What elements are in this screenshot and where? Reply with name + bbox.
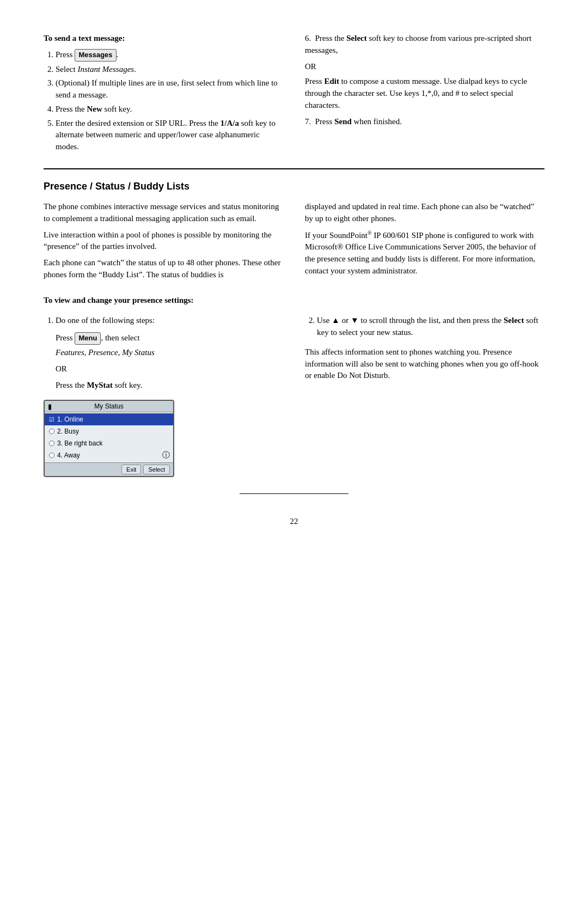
step2-list: Use ▲ or ▼ to scroll through the list, a… <box>317 315 544 339</box>
exit-softkey[interactable]: Exit <box>121 465 141 474</box>
presence-section: Presence / Status / Buddy Lists The phon… <box>44 179 544 477</box>
edit-text: Press Edit to compose a custom message. … <box>305 76 544 111</box>
step-1: Press Messages. <box>56 49 283 62</box>
1Aa-softkey-label: 1/A/a <box>220 119 239 127</box>
send-text-steps: Press Messages. Select Instant Messages.… <box>56 49 283 153</box>
phone-menu-item-away[interactable]: 4. Away ⓘ <box>45 449 173 461</box>
phone-menu-label-busy: 2. Busy <box>57 428 79 435</box>
select-softkey-label: Select <box>346 34 366 42</box>
or-label-2: OR <box>56 363 283 375</box>
presence-left: The phone combines interactive message s… <box>44 201 283 285</box>
step1-list: Do one of the following steps: <box>56 315 283 327</box>
phone-screen-container: Do one of the following steps: Press Men… <box>44 315 283 477</box>
step-6-text: 6. Press the Select soft key to choose f… <box>305 33 544 57</box>
select-softkey[interactable]: Select <box>143 465 170 474</box>
press-menu-text: Press Menu, then select <box>56 332 283 345</box>
section-divider <box>44 168 544 169</box>
step1-item: Do one of the following steps: <box>56 315 283 327</box>
top-section: To send a text message: Press Messages. … <box>44 33 544 157</box>
page-number: 22 <box>44 516 544 528</box>
phone-menu-label-berightback: 3. Be right back <box>57 440 102 447</box>
step-7-text: 7. Press Send when finished. <box>305 116 544 128</box>
view-change-heading: To view and change your presence setting… <box>44 295 544 307</box>
step-2: Select Instant Messages. <box>56 64 283 76</box>
radio-icon-berightback <box>49 441 54 446</box>
select-softkey-label2: Select <box>504 316 524 325</box>
step2-item: Use ▲ or ▼ to scroll through the list, a… <box>317 315 544 339</box>
presence-intro-cols: The phone combines interactive message s… <box>44 201 544 285</box>
registered-mark: ® <box>367 230 372 236</box>
presence-para1: The phone combines interactive message s… <box>44 201 283 225</box>
menu-button[interactable]: Menu <box>75 332 101 345</box>
presence-affects-text: This affects information sent to phones … <box>305 346 544 382</box>
phone-menu-item-berightback[interactable]: 3. Be right back <box>45 437 173 449</box>
left-instructions: To send a text message: Press Messages. … <box>44 33 283 157</box>
step-5: Enter the desired extension or SIP URL. … <box>56 118 283 153</box>
radio-icon-busy <box>49 429 54 434</box>
radio-icon-away <box>49 453 54 458</box>
features-presence-label: Features, Presence, My Status <box>56 347 283 359</box>
edit-softkey-label: Edit <box>324 77 339 86</box>
step-3: (Optional) If multiple lines are in use,… <box>56 77 283 101</box>
phone-title-bar: ▮ My Status <box>45 401 173 412</box>
phone-menu: ☑ 1. Online 2. Busy 3. Be right back 4. … <box>45 412 173 462</box>
phone-menu-label-online: 1. Online <box>57 416 83 423</box>
presence-right-para2: If your SoundPoint® IP 600/601 SIP phone… <box>305 229 544 277</box>
phone-screen-title: My Status <box>94 402 123 410</box>
messages-button[interactable]: Messages <box>75 49 116 62</box>
phone-screen: ▮ My Status ☑ 1. Online 2. Busy 3. Be ri… <box>44 400 174 477</box>
footer-divider <box>240 493 348 494</box>
phone-softkey-bar: Exit Select <box>45 462 173 476</box>
mystat-softkey-label: MyStat <box>87 381 113 389</box>
mystat-text: Press the MyStat soft key. <box>56 380 283 392</box>
step1-text: Do one of the following steps: Press Men… <box>44 315 283 400</box>
scroll-indicator-icon: ⓘ <box>162 450 170 460</box>
right-instructions: 6. Press the Select soft key to choose f… <box>305 33 544 157</box>
check-icon-online: ☑ <box>49 416 54 423</box>
step-4: Press the New soft key. <box>56 103 283 115</box>
phone-status-icon: ▮ <box>48 402 52 411</box>
presence-right: displayed and updated in real time. Each… <box>305 201 544 285</box>
send-softkey-label: Send <box>334 117 352 126</box>
view-change-layout: Do one of the following steps: Press Men… <box>44 315 544 477</box>
send-text-heading: To send a text message: <box>44 33 283 45</box>
right-presence-text: Use ▲ or ▼ to scroll through the list, a… <box>305 315 544 477</box>
phone-menu-item-busy[interactable]: 2. Busy <box>45 425 173 437</box>
presence-title: Presence / Status / Buddy Lists <box>44 179 544 193</box>
new-softkey-label: New <box>87 105 102 113</box>
presence-right-para1: displayed and updated in real time. Each… <box>305 201 544 225</box>
or-label-1: OR <box>305 61 544 73</box>
presence-para2: Live interaction within a pool of phones… <box>44 229 283 253</box>
phone-menu-item-online[interactable]: ☑ 1. Online <box>45 413 173 425</box>
phone-menu-label-away: 4. Away <box>57 452 80 459</box>
instant-messages-label: Instant Messages <box>77 65 134 74</box>
presence-para3: Each phone can “watch” the status of up … <box>44 257 283 281</box>
